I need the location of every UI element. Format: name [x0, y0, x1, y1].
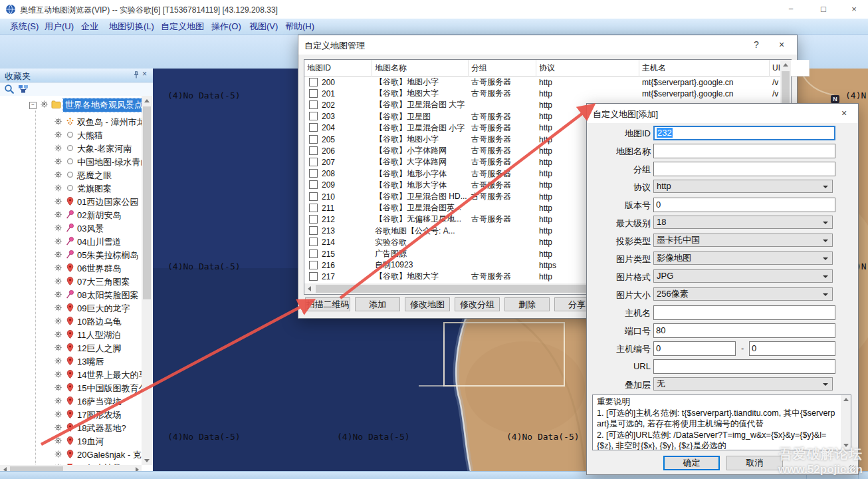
visibility-eye-icon[interactable] — [53, 156, 65, 168]
text-input[interactable]: 80 — [653, 323, 835, 338]
visibility-eye-icon[interactable] — [53, 236, 65, 248]
dialog1-button-2[interactable]: 添加 — [355, 297, 400, 311]
row-checkbox[interactable] — [309, 78, 318, 86]
visibility-eye-icon[interactable] — [53, 196, 65, 208]
visibility-eye-icon[interactable] — [53, 369, 65, 381]
tree-item[interactable]: 19血河 — [53, 435, 104, 448]
row-checkbox[interactable] — [309, 146, 318, 155]
visibility-eye-icon[interactable] — [53, 170, 65, 182]
visibility-eye-icon[interactable] — [53, 263, 65, 275]
row-checkbox[interactable] — [309, 112, 318, 120]
row-checkbox[interactable] — [309, 180, 318, 189]
tree-scroll-down[interactable] — [142, 456, 152, 465]
combobox[interactable]: 18 — [653, 216, 833, 229]
tree-item[interactable]: 05朱美拉棕榈岛 — [53, 249, 138, 262]
tree-item[interactable]: 14世界上最大的马桶 — [53, 369, 142, 382]
text-input[interactable]: 0 — [653, 198, 835, 212]
column-header-2[interactable]: 地图名称 — [372, 60, 469, 77]
autohide-pin-icon[interactable] — [132, 71, 141, 80]
visibility-eye-icon[interactable] — [53, 356, 65, 368]
combobox[interactable]: http — [653, 180, 833, 193]
tree-item[interactable]: 01西边国家公园 — [53, 196, 138, 209]
column-header-3[interactable]: 分组 — [469, 60, 536, 77]
ok-button[interactable]: 确定 — [663, 456, 720, 470]
search-icon[interactable] — [4, 84, 15, 94]
visibility-eye-icon[interactable] — [53, 183, 65, 195]
tree-item[interactable]: 17圆形农场 — [53, 408, 121, 422]
tree-item[interactable]: 10路边乌龟 — [53, 315, 121, 329]
row-checkbox[interactable] — [309, 215, 318, 224]
dialog1-help-button[interactable]: ? — [746, 37, 766, 52]
tree-item[interactable]: 大熊猫 — [53, 129, 103, 142]
combobox[interactable]: 256像素 — [653, 287, 833, 301]
row-checkbox[interactable] — [309, 192, 318, 201]
row-checkbox[interactable] — [309, 226, 318, 235]
row-checkbox[interactable] — [309, 204, 318, 212]
tree-item[interactable]: 09巨大的龙字 — [53, 302, 130, 315]
column-header-1[interactable]: 地图ID — [304, 60, 372, 77]
menu-item-8[interactable]: 帮助(H) — [285, 21, 314, 33]
visibility-eye-icon[interactable] — [53, 289, 65, 301]
visibility-eye-icon[interactable] — [53, 436, 65, 448]
tree-item[interactable]: 20Galešnjak - 克罗 — [53, 448, 142, 462]
input-host-number-from[interactable]: 0 — [653, 341, 736, 356]
combobox[interactable]: 无 — [653, 377, 833, 391]
dialog1-button-1[interactable]: 扫描二维码 — [305, 297, 350, 311]
menu-item-5[interactable]: 自定义地图 — [161, 21, 204, 33]
column-header-4[interactable]: 协议 — [536, 60, 639, 77]
tree-item[interactable]: 08太阳笑脸图案 — [53, 289, 138, 302]
text-input[interactable]: 232 — [653, 126, 835, 140]
column-header-5[interactable]: 主机名 — [639, 60, 770, 77]
minimize-button[interactable]: − — [780, 3, 802, 16]
expander-icon[interactable]: − — [29, 102, 37, 109]
menu-item-6[interactable]: 操作(O) — [211, 21, 241, 33]
row-checkbox[interactable] — [309, 238, 318, 246]
visibility-eye-icon[interactable] — [53, 343, 65, 355]
visibility-eye-icon[interactable] — [39, 99, 51, 111]
row-checkbox[interactable] — [309, 135, 318, 144]
visibility-eye-icon[interactable] — [53, 130, 65, 142]
visibility-eye-icon[interactable] — [53, 276, 65, 288]
tree-root-label[interactable]: 世界各地奇观风景点[30] — [63, 98, 142, 112]
notes-scroll-up[interactable] — [841, 395, 851, 404]
visibility-eye-icon[interactable] — [53, 329, 65, 341]
tree-item[interactable]: 大象-老家河南 — [53, 142, 132, 156]
row-checkbox[interactable] — [309, 89, 318, 98]
input-host-number-to[interactable]: 0 — [749, 341, 835, 356]
dialog2-close-button[interactable]: × — [834, 106, 854, 120]
visibility-eye-icon[interactable] — [53, 143, 65, 155]
dialog1-button-4[interactable]: 修改分组 — [455, 297, 500, 311]
close-button[interactable]: × — [843, 3, 865, 16]
tree-item[interactable]: 03风景 — [53, 222, 104, 236]
menu-item-4[interactable]: 地图切换(L) — [109, 21, 154, 33]
visibility-eye-icon[interactable] — [53, 249, 65, 261]
tree-item[interactable]: 04山川雪道 — [53, 236, 121, 249]
tree-item[interactable]: 07大三角图案 — [53, 275, 130, 289]
row-checkbox[interactable] — [309, 123, 318, 132]
tree-item[interactable]: 12巨人之脚 — [53, 342, 121, 355]
visibility-eye-icon[interactable] — [53, 383, 65, 395]
tree-item[interactable]: 18武器基地? — [53, 422, 126, 435]
combobox[interactable]: 墨卡托中国 — [653, 234, 833, 247]
tree-item[interactable]: 11人型湖泊 — [53, 329, 121, 342]
tree-item[interactable]: 双鱼岛 - 漳州市龙海 — [53, 116, 142, 129]
text-input[interactable] — [653, 162, 835, 176]
combobox[interactable]: 影像地图 — [653, 251, 833, 265]
maximize-button[interactable]: □ — [812, 3, 835, 16]
tree-scroll-up[interactable] — [142, 96, 152, 105]
row-checkbox[interactable] — [309, 169, 318, 178]
visibility-eye-icon[interactable] — [53, 422, 65, 434]
visibility-eye-icon[interactable] — [53, 409, 65, 421]
table-row[interactable]: 200【谷歌】地图小字古哥服务器httpmt{$serverpart}.goog… — [304, 77, 780, 88]
visibility-eye-icon[interactable] — [53, 210, 65, 222]
tree-item[interactable]: 15中国版图教育公园 — [53, 382, 142, 395]
cancel-button[interactable]: 取消 — [726, 456, 783, 470]
visibility-eye-icon[interactable] — [53, 303, 65, 315]
panel-close-icon[interactable]: × — [142, 69, 147, 79]
text-input[interactable] — [653, 305, 835, 320]
table-scroll-up[interactable] — [780, 60, 791, 70]
menu-item-2[interactable]: 用户(U) — [45, 21, 74, 33]
layers-icon[interactable] — [18, 84, 29, 94]
tree-item[interactable]: 恶魔之眼 — [53, 169, 112, 182]
menu-item-3[interactable]: 企业 — [81, 21, 98, 33]
